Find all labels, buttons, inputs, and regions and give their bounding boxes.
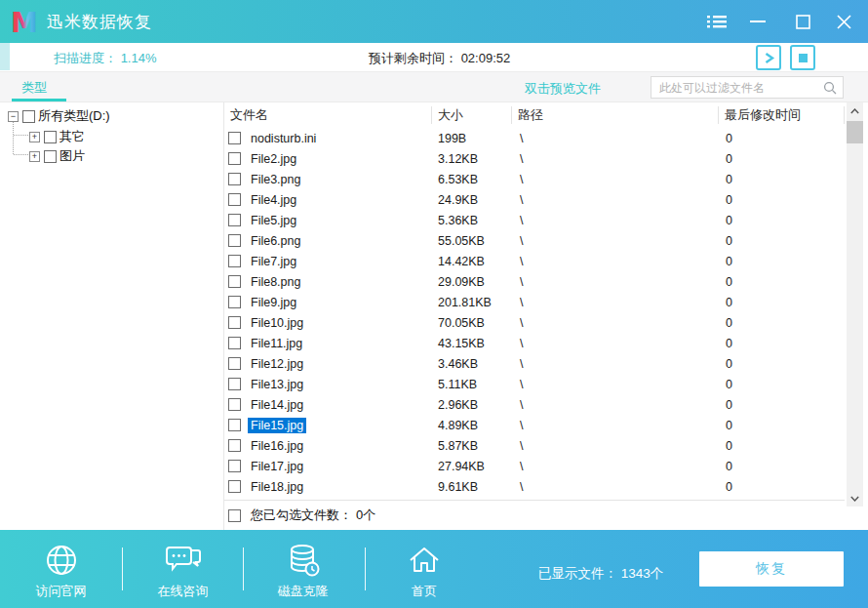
disk-clone-icon <box>242 540 364 581</box>
scroll-up-icon[interactable] <box>847 102 863 119</box>
file-name-cell: File11.jpg <box>248 336 305 351</box>
file-mtime-cell: 0 <box>719 275 845 289</box>
table-row[interactable]: File5.jpg5.36KB\0 <box>224 210 845 230</box>
close-icon[interactable] <box>827 0 860 43</box>
row-checkbox[interactable] <box>228 193 241 206</box>
row-checkbox[interactable] <box>228 275 241 288</box>
tree-connector-stub <box>14 154 28 155</box>
row-checkbox[interactable] <box>228 419 241 431</box>
scroll-down-icon[interactable] <box>847 490 863 507</box>
tab-type[interactable]: 类型 <box>21 79 47 97</box>
file-table: 文件名 大小 路径 最后修改时间 nodisturb.ini199B\0File… <box>224 102 845 530</box>
table-row[interactable]: nodisturb.ini199B\0 <box>224 128 845 148</box>
file-path-cell: \ <box>512 398 719 412</box>
table-row[interactable]: File17.jpg27.94KB\0 <box>224 456 845 476</box>
file-mtime-cell: 0 <box>719 296 845 309</box>
row-checkbox[interactable] <box>228 296 241 308</box>
table-row[interactable]: File7.jpg14.42KB\0 <box>224 251 845 271</box>
row-checkbox[interactable] <box>228 398 241 411</box>
scrollbar-thumb[interactable] <box>847 121 863 143</box>
row-checkbox[interactable] <box>228 214 241 226</box>
row-checkbox[interactable] <box>228 234 241 247</box>
expand-toggle-icon[interactable]: + <box>29 151 40 162</box>
file-mtime-cell: 0 <box>719 234 845 248</box>
vertical-scrollbar[interactable] <box>847 102 863 507</box>
file-mtime-cell: 0 <box>719 316 845 330</box>
file-size-cell: 55.05KB <box>432 234 512 248</box>
table-row[interactable]: File10.jpg70.05KB\0 <box>224 312 845 333</box>
row-checkbox[interactable] <box>228 460 241 472</box>
tree-node-images[interactable]: + 图片 <box>29 148 85 164</box>
recover-button[interactable]: 恢复 <box>699 551 844 587</box>
scan-progress-value: 1.14% <box>121 51 157 65</box>
tree-node-other[interactable]: + 其它 <box>29 129 85 144</box>
table-row[interactable]: File14.jpg2.96KB\0 <box>224 394 845 415</box>
title-bar: M 迅米数据恢复 <box>0 0 868 43</box>
table-row[interactable]: File11.jpg43.15KB\0 <box>224 333 845 353</box>
filename-filter-box <box>651 76 844 99</box>
table-row[interactable]: File18.jpg9.61KB\0 <box>224 476 845 497</box>
row-checkbox[interactable] <box>228 173 241 185</box>
online-consult-button[interactable]: 在线咨询 <box>122 540 244 600</box>
file-name-cell: File15.jpg <box>248 418 306 433</box>
tree-node-all-types[interactable]: − 所有类型(D:) <box>8 108 110 124</box>
row-checkbox[interactable] <box>228 152 241 165</box>
app-title: 迅米数据恢复 <box>47 11 152 33</box>
tree-checkbox[interactable] <box>44 150 57 163</box>
table-row[interactable]: File3.png6.53KB\0 <box>224 169 845 189</box>
row-checkbox[interactable] <box>228 316 241 329</box>
table-row[interactable]: File12.jpg3.46KB\0 <box>224 353 845 374</box>
file-name-cell: File14.jpg <box>248 397 306 413</box>
tree-connector-line <box>13 121 14 154</box>
minimize-icon[interactable] <box>741 0 774 43</box>
filename-filter-input[interactable] <box>651 81 823 95</box>
table-row[interactable]: File8.png29.09KB\0 <box>224 271 845 292</box>
file-path-cell: \ <box>512 234 719 248</box>
home-icon <box>364 540 485 581</box>
row-checkbox[interactable] <box>228 255 241 267</box>
home-button[interactable]: 首页 <box>364 540 485 600</box>
tree-checkbox[interactable] <box>44 131 57 143</box>
row-checkbox[interactable] <box>228 337 241 349</box>
table-row[interactable]: File16.jpg5.87KB\0 <box>224 435 845 456</box>
app-logo-icon: M <box>10 7 39 36</box>
column-header-mtime[interactable]: 最后修改时间 <box>719 106 845 124</box>
displayed-files-text: 已显示文件： 1343个 <box>538 565 663 583</box>
row-checkbox[interactable] <box>228 480 241 493</box>
maximize-icon[interactable] <box>786 0 819 43</box>
table-row[interactable]: File15.jpg4.89KB\0 <box>224 415 845 435</box>
stop-scan-button[interactable] <box>790 45 815 70</box>
collapse-toggle-icon[interactable]: − <box>8 111 19 122</box>
column-header-size[interactable]: 大小 <box>432 106 512 124</box>
table-row[interactable]: File9.jpg201.81KB\0 <box>224 292 845 312</box>
row-checkbox[interactable] <box>228 439 241 452</box>
file-size-cell: 24.9KB <box>432 193 512 207</box>
file-size-cell: 5.36KB <box>432 214 512 227</box>
expand-toggle-icon[interactable]: + <box>29 132 40 142</box>
file-name-cell: File13.jpg <box>248 377 306 392</box>
table-row[interactable]: File4.jpg24.9KB\0 <box>224 189 845 210</box>
file-size-cell: 2.96KB <box>432 398 512 412</box>
table-row[interactable]: File2.jpg3.12KB\0 <box>224 148 845 169</box>
tree-checkbox[interactable] <box>22 110 35 123</box>
table-row[interactable]: File13.jpg5.11KB\0 <box>224 374 845 394</box>
displayed-files-label: 已显示文件： <box>538 566 617 581</box>
footer-checkbox[interactable] <box>228 509 241 522</box>
file-path-cell: \ <box>512 460 719 473</box>
row-checkbox[interactable] <box>228 378 241 390</box>
visit-website-button[interactable]: 访问官网 <box>0 540 122 600</box>
disk-clone-button[interactable]: 磁盘克隆 <box>242 540 364 600</box>
file-mtime-cell: 0 <box>719 439 845 453</box>
row-checkbox[interactable] <box>228 357 241 370</box>
file-mtime-cell: 0 <box>719 419 845 432</box>
file-name-cell: File8.png <box>248 274 303 290</box>
column-header-path[interactable]: 路径 <box>512 106 719 124</box>
row-checkbox[interactable] <box>228 132 241 144</box>
table-row[interactable]: File6.png55.05KB\0 <box>224 230 845 251</box>
checked-files-value: 0个 <box>356 507 375 524</box>
menu-list-icon[interactable] <box>700 0 733 43</box>
column-header-filename[interactable]: 文件名 <box>224 106 432 124</box>
file-name-cell: File9.jpg <box>248 295 299 310</box>
resume-scan-button[interactable] <box>756 45 781 70</box>
file-mtime-cell: 0 <box>719 337 845 350</box>
